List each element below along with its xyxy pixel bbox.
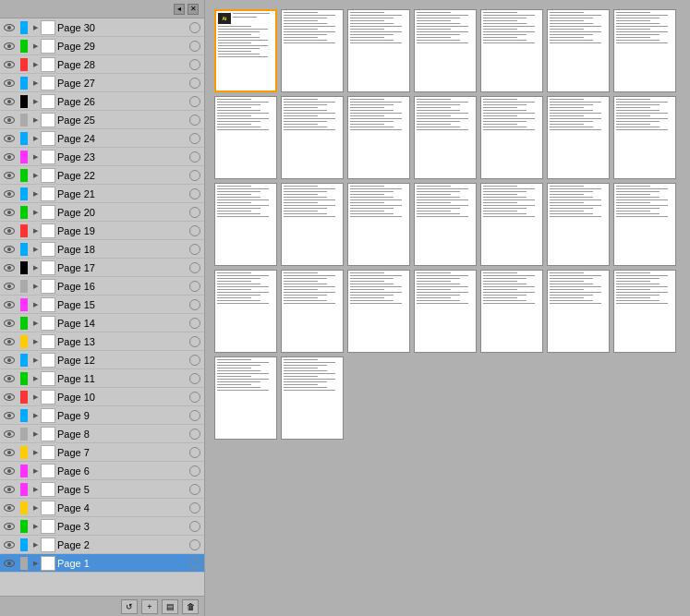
- layer-target-circle[interactable]: [186, 462, 204, 480]
- layer-row[interactable]: ▶ Page 21: [0, 185, 204, 203]
- layer-target-circle[interactable]: [186, 517, 204, 536]
- layer-row[interactable]: ▶ Page 11: [0, 369, 204, 388]
- page-thumbnail[interactable]: [414, 96, 477, 179]
- layer-visibility-toggle[interactable]: [0, 92, 18, 111]
- layer-visibility-toggle[interactable]: [0, 296, 18, 314]
- layer-target-circle[interactable]: [186, 425, 204, 443]
- layer-expand-arrow[interactable]: ▶: [30, 388, 41, 406]
- layer-visibility-toggle[interactable]: [0, 74, 18, 92]
- layer-visibility-toggle[interactable]: [0, 314, 18, 332]
- layer-row[interactable]: ▶ Page 4: [0, 499, 204, 517]
- layer-target-circle[interactable]: [186, 18, 204, 37]
- layer-visibility-toggle[interactable]: [0, 462, 18, 480]
- layer-row[interactable]: ▶ Page 20: [0, 203, 204, 222]
- layer-visibility-toggle[interactable]: [0, 554, 18, 573]
- merge-layers-button[interactable]: ▤: [162, 599, 178, 614]
- layer-visibility-toggle[interactable]: [0, 222, 18, 240]
- layer-target-circle[interactable]: [186, 369, 204, 388]
- layer-row[interactable]: ▶ Page 27: [0, 74, 204, 92]
- layer-target-circle[interactable]: [186, 92, 204, 111]
- layer-row[interactable]: ▶ Page 6: [0, 462, 204, 480]
- layer-visibility-toggle[interactable]: [0, 148, 18, 166]
- layer-row[interactable]: ▶ Page 14: [0, 314, 204, 332]
- layer-row[interactable]: ▶ Page 3: [0, 517, 204, 536]
- layer-expand-arrow[interactable]: ▶: [30, 55, 41, 74]
- layer-row[interactable]: ▶ Page 9: [0, 406, 204, 425]
- layer-expand-arrow[interactable]: ▶: [30, 129, 41, 148]
- page-thumbnail[interactable]: [347, 9, 410, 92]
- layer-expand-arrow[interactable]: ▶: [30, 296, 41, 314]
- layer-visibility-toggle[interactable]: [0, 166, 18, 185]
- page-thumbnail[interactable]: [613, 270, 676, 353]
- layer-target-circle[interactable]: [186, 388, 204, 406]
- layer-row[interactable]: ▶ Page 13: [0, 332, 204, 351]
- layer-target-circle[interactable]: [186, 259, 204, 277]
- layer-expand-arrow[interactable]: ▶: [30, 406, 41, 425]
- page-thumbnail[interactable]: [214, 96, 277, 179]
- page-thumbnail[interactable]: [480, 183, 543, 266]
- panel-collapse-button[interactable]: ◂: [174, 4, 185, 15]
- layer-target-circle[interactable]: [186, 499, 204, 517]
- page-thumbnail[interactable]: [480, 270, 543, 353]
- layer-expand-arrow[interactable]: ▶: [30, 517, 41, 536]
- layer-target-circle[interactable]: [186, 185, 204, 203]
- layer-row[interactable]: ▶ Page 10: [0, 388, 204, 406]
- layer-row[interactable]: ▶ Page 29: [0, 37, 204, 55]
- layer-visibility-toggle[interactable]: [0, 240, 18, 259]
- layer-expand-arrow[interactable]: ▶: [30, 332, 41, 351]
- layer-row[interactable]: ▶ Page 22: [0, 166, 204, 185]
- layer-row[interactable]: ▶ Page 5: [0, 480, 204, 499]
- page-thumbnail[interactable]: [613, 9, 676, 92]
- page-thumbnail[interactable]: [281, 356, 344, 440]
- layer-expand-arrow[interactable]: ▶: [30, 443, 41, 462]
- layer-expand-arrow[interactable]: ▶: [30, 351, 41, 369]
- layer-target-circle[interactable]: [186, 129, 204, 148]
- layer-row[interactable]: ▶ Page 17: [0, 259, 204, 277]
- layer-visibility-toggle[interactable]: [0, 536, 18, 554]
- layer-target-circle[interactable]: [186, 480, 204, 499]
- layer-expand-arrow[interactable]: ▶: [30, 425, 41, 443]
- layer-expand-arrow[interactable]: ▶: [30, 554, 41, 573]
- page-thumbnail[interactable]: [347, 270, 410, 353]
- layer-target-circle[interactable]: [186, 111, 204, 129]
- page-thumbnail[interactable]: [281, 9, 344, 92]
- layer-target-circle[interactable]: [186, 222, 204, 240]
- layer-expand-arrow[interactable]: ▶: [30, 148, 41, 166]
- page-thumbnail[interactable]: [214, 183, 277, 266]
- layer-row[interactable]: ▶ Page 16: [0, 277, 204, 296]
- layer-target-circle[interactable]: [186, 148, 204, 166]
- layer-row[interactable]: ▶ Page 8: [0, 425, 204, 443]
- layer-row[interactable]: ▶ Page 2: [0, 536, 204, 554]
- layer-row[interactable]: ▶ Page 26: [0, 92, 204, 111]
- layer-visibility-toggle[interactable]: [0, 388, 18, 406]
- layer-visibility-toggle[interactable]: [0, 129, 18, 148]
- layer-target-circle[interactable]: [186, 296, 204, 314]
- page-thumbnail[interactable]: [347, 96, 410, 179]
- layer-visibility-toggle[interactable]: [0, 277, 18, 296]
- layer-row[interactable]: ▶ Page 30: [0, 18, 204, 37]
- layer-target-circle[interactable]: [186, 332, 204, 351]
- layer-expand-arrow[interactable]: ▶: [30, 185, 41, 203]
- layer-expand-arrow[interactable]: ▶: [30, 462, 41, 480]
- layer-target-circle[interactable]: [186, 166, 204, 185]
- layer-expand-arrow[interactable]: ▶: [30, 18, 41, 37]
- layer-target-circle[interactable]: [186, 277, 204, 296]
- layer-visibility-toggle[interactable]: [0, 406, 18, 425]
- layer-expand-arrow[interactable]: ▶: [30, 37, 41, 55]
- layer-expand-arrow[interactable]: ▶: [30, 166, 41, 185]
- layer-expand-arrow[interactable]: ▶: [30, 92, 41, 111]
- layer-visibility-toggle[interactable]: [0, 480, 18, 499]
- page-thumbnail[interactable]: [214, 356, 277, 440]
- page-thumbnail[interactable]: [281, 183, 344, 266]
- layer-target-circle[interactable]: [186, 351, 204, 369]
- page-thumbnail[interactable]: [480, 9, 543, 92]
- layer-expand-arrow[interactable]: ▶: [30, 203, 41, 222]
- layer-target-circle[interactable]: [186, 554, 204, 573]
- page-thumbnail[interactable]: [281, 96, 344, 179]
- layer-target-circle[interactable]: [186, 536, 204, 554]
- layer-target-circle[interactable]: [186, 314, 204, 332]
- layer-visibility-toggle[interactable]: [0, 111, 18, 129]
- add-layer-button[interactable]: +: [141, 599, 158, 614]
- layer-visibility-toggle[interactable]: [0, 18, 18, 37]
- layer-expand-arrow[interactable]: ▶: [30, 222, 41, 240]
